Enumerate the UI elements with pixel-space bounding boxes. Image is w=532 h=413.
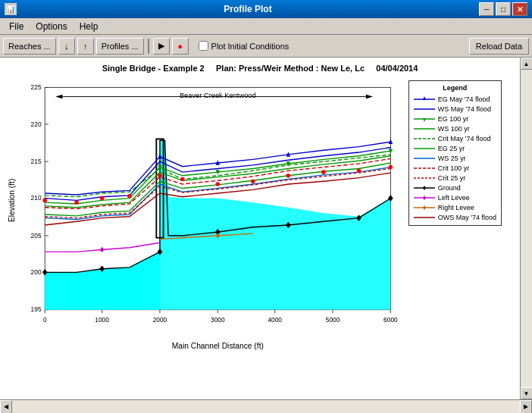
svg-text:4000: 4000 — [268, 316, 282, 324]
reach-label: Beaver Creek Kentwood — [180, 92, 256, 99]
legend-label: Crit 25 yr — [438, 174, 466, 182]
window-title: Profile Plot — [17, 4, 479, 14]
chart-header: Single Bridge - Example 2 Plan: Press/We… — [6, 64, 514, 73]
legend-label: WS May '74 flood — [438, 105, 491, 113]
profile-plot-svg: Elevation (ft) Main Channel Distance (ft… — [6, 74, 415, 355]
chart-plan: Plan: Press/Weir Method : New Le, Lc — [216, 64, 365, 73]
window-controls: ─ □ ✕ — [479, 2, 527, 16]
legend-label: Ground — [438, 184, 461, 192]
svg-point-54 — [158, 174, 162, 178]
legend-row: Right Levee — [414, 202, 496, 212]
x-axis-label: Main Channel Distance (ft) — [172, 342, 264, 350]
svg-text:5000: 5000 — [326, 316, 340, 324]
legend-row: EG 25 yr — [414, 143, 496, 153]
svg-text:215: 215 — [31, 158, 42, 165]
svg-text:225: 225 — [31, 83, 42, 91]
y-axis-label: Elevation (ft) — [8, 179, 16, 222]
svg-text:3000: 3000 — [211, 316, 225, 324]
scroll-left-button[interactable]: ◀ — [0, 400, 12, 414]
legend-row: Ground — [414, 183, 496, 192]
svg-marker-68 — [423, 118, 426, 122]
svg-text:2000: 2000 — [153, 316, 167, 324]
legend-label: WS 100 yr — [438, 125, 470, 133]
legend-row: Left Levee — [414, 192, 496, 202]
legend-row: Crit 100 yr — [414, 163, 496, 173]
menu-bar: File Options Help — [0, 18, 532, 35]
scroll-right-button[interactable]: ▶ — [520, 400, 532, 414]
svg-point-59 — [321, 170, 326, 174]
svg-text:200: 200 — [31, 268, 42, 276]
svg-text:0: 0 — [43, 316, 47, 324]
reload-data-button[interactable]: Reload Data — [469, 38, 529, 55]
legend-title: Legend — [414, 84, 496, 92]
legend-row: WS 100 yr — [414, 124, 496, 133]
svg-point-61 — [389, 165, 393, 170]
record-button[interactable]: ● — [172, 38, 189, 55]
svg-point-57 — [251, 179, 255, 183]
svg-point-60 — [357, 168, 361, 173]
svg-point-50 — [42, 199, 47, 203]
legend-label: Left Levee — [438, 194, 470, 202]
scroll-down-button[interactable]: ▼ — [521, 387, 533, 399]
plot-initial-conditions-label[interactable]: Plot Initial Conditions — [199, 41, 289, 51]
legend-box: Legend EG May '74 flood WS May '74 flood… — [408, 80, 502, 226]
legend-row: Crit May '74 flood — [414, 133, 496, 143]
legend-label: EG 100 yr — [438, 115, 469, 123]
close-button[interactable]: ✕ — [512, 2, 527, 16]
play-button[interactable]: ▶ — [153, 38, 170, 55]
menu-options[interactable]: Options — [30, 20, 73, 33]
menu-help[interactable]: Help — [74, 20, 105, 33]
toolbar-separator — [148, 39, 149, 54]
horizontal-scrollbar[interactable]: ◀ ▶ — [0, 399, 532, 413]
legend-label: EG 25 yr — [438, 145, 465, 152]
svg-marker-78 — [423, 196, 426, 200]
chart-title: Single Bridge - Example 2 — [102, 64, 205, 73]
scroll-track[interactable] — [521, 70, 532, 387]
plot-initial-conditions-text: Plot Initial Conditions — [211, 42, 289, 51]
down-arrow-button[interactable]: ↓ — [58, 38, 75, 55]
legend-label: Crit 100 yr — [438, 164, 470, 172]
legend-label: Crit May '74 flood — [438, 135, 491, 142]
title-bar: 📊 Profile Plot ─ □ ✕ — [0, 0, 532, 18]
legend-label: OWS May '74 flood — [438, 214, 496, 221]
svg-text:220: 220 — [31, 120, 42, 128]
minimize-button[interactable]: ─ — [479, 2, 494, 16]
scroll-up-button[interactable]: ▲ — [521, 58, 533, 70]
maximize-button[interactable]: □ — [496, 2, 511, 16]
up-arrow-button[interactable]: ↑ — [77, 38, 94, 55]
h-scroll-track[interactable] — [12, 400, 520, 413]
legend-row: WS 25 yr — [414, 153, 496, 163]
svg-point-52 — [100, 196, 105, 201]
legend-row: WS May '74 flood — [414, 104, 496, 114]
svg-text:210: 210 — [31, 194, 42, 202]
reaches-button[interactable]: Reaches ... — [3, 38, 56, 55]
chart-area: Single Bridge - Example 2 Plan: Press/We… — [0, 58, 520, 399]
vertical-scrollbar[interactable]: ▲ ▼ — [520, 58, 532, 399]
legend-row: EG May '74 flood — [414, 94, 496, 104]
svg-text:1000: 1000 — [95, 316, 109, 324]
toolbar: Reaches ... ↓ ↑ Profiles ... ▶ ● Plot In… — [0, 35, 532, 58]
legend-row: Crit 25 yr — [414, 173, 496, 183]
profiles-button[interactable]: Profiles ... — [96, 38, 144, 55]
legend-row: OWS May '74 flood — [414, 212, 496, 222]
svg-point-53 — [127, 194, 132, 199]
menu-file[interactable]: File — [3, 20, 30, 33]
svg-marker-65 — [423, 96, 426, 100]
legend-row: EG 100 yr — [414, 114, 496, 124]
svg-text:205: 205 — [31, 232, 42, 239]
svg-text:195: 195 — [31, 305, 42, 313]
svg-point-58 — [286, 174, 291, 178]
svg-point-56 — [216, 182, 221, 186]
svg-marker-76 — [423, 186, 426, 190]
svg-text:6000: 6000 — [383, 316, 398, 324]
main-content: Single Bridge - Example 2 Plan: Press/We… — [0, 58, 532, 399]
plot-initial-conditions-checkbox[interactable] — [199, 41, 208, 51]
legend-label: EG May '74 flood — [438, 95, 490, 103]
svg-point-55 — [180, 177, 185, 182]
legend-label: WS 25 yr — [438, 155, 466, 162]
legend-label: Right Levee — [438, 204, 474, 211]
svg-marker-80 — [423, 205, 426, 210]
chart-date: 04/04/2014 — [376, 64, 418, 73]
svg-point-51 — [74, 200, 79, 205]
app-icon: 📊 — [5, 3, 17, 15]
